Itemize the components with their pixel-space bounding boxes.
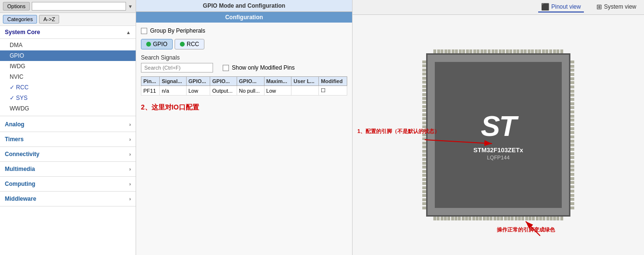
system-view-button[interactable]: ⊞ System view: [593, 2, 639, 12]
search-row: Show only Modified Pins: [141, 63, 347, 73]
timers-label: Timers: [5, 136, 24, 143]
group-by-row: Group By Peripherals: [141, 27, 347, 34]
multimedia-label: Multimedia: [5, 166, 35, 172]
computing-section[interactable]: Computing ›: [0, 177, 136, 192]
search-signals-label: Search Signals: [141, 54, 347, 61]
chip-board: ST STM32F103ZETx LQFP144: [412, 39, 585, 231]
computing-chevron-icon: ›: [129, 182, 131, 187]
cell-gpio3: No pull...: [237, 86, 264, 96]
chip-area: ST STM32F103ZETx LQFP144: [353, 15, 644, 255]
col-gpio2[interactable]: GPIO...: [210, 77, 237, 86]
system-view-label: System view: [604, 3, 636, 10]
chip-package: LQFP144: [487, 155, 509, 160]
sidebar-item-iwdg[interactable]: IWDG: [0, 61, 136, 72]
col-pin[interactable]: Pin...: [141, 77, 160, 86]
gpio-tab-label: GPIO: [153, 41, 167, 48]
system-core-label: System Core: [5, 29, 40, 36]
sidebar-item-dma[interactable]: DMA: [0, 40, 136, 50]
system-core-items: DMA GPIO IWDG NVIC RCC SYS WWDG: [0, 39, 136, 115]
sidebar-content: System Core ▲ DMA GPIO IWDG NVIC RCC SYS…: [0, 26, 136, 255]
analog-chevron-icon: ›: [129, 122, 131, 127]
config-tab-gpio[interactable]: GPIO: [141, 39, 173, 49]
multimedia-section[interactable]: Multimedia ›: [0, 162, 136, 177]
sidebar-item-sys[interactable]: SYS: [0, 93, 136, 103]
cell-pin: PF11: [141, 86, 160, 96]
table-row[interactable]: PF11 n/a Low Output... No pull... Low ☐: [141, 86, 347, 96]
signal-search-input[interactable]: [141, 63, 213, 73]
center-panel: GPIO Mode and Configuration Configuratio…: [136, 0, 353, 255]
cell-maxim: Low: [264, 86, 291, 96]
chip-inner: ST STM32F103ZETx LQFP144: [435, 62, 562, 208]
chip-outer: ST STM32F103ZETx LQFP144: [426, 53, 570, 217]
pinout-view-label: Pinout view: [551, 3, 581, 10]
col-signal[interactable]: Signal...: [160, 77, 186, 86]
tab-az[interactable]: A->Z: [39, 15, 59, 24]
cell-signal: n/a: [160, 86, 186, 96]
sidebar-toolbar: Options ▼: [0, 0, 136, 13]
pinout-view-button[interactable]: ⬛ Pinout view: [538, 2, 583, 12]
connectivity-chevron-icon: ›: [129, 152, 131, 157]
sidebar-item-wwdg[interactable]: WWDG: [0, 103, 136, 114]
connectivity-section[interactable]: Connectivity ›: [0, 147, 136, 162]
computing-label: Computing: [5, 181, 35, 187]
col-maxim[interactable]: Maxim...: [264, 77, 291, 86]
sidebar-item-nvic[interactable]: NVIC: [0, 72, 136, 82]
analog-label: Analog: [5, 121, 25, 128]
chip-logo: ST: [481, 109, 516, 143]
group-by-checkbox[interactable]: [141, 28, 147, 34]
gpio-mode-header: GPIO Mode and Configuration: [136, 0, 352, 12]
connectivity-label: Connectivity: [5, 151, 39, 158]
right-panel: ⬛ Pinout view ⊞ System view: [353, 0, 644, 255]
pinout-icon: ⬛: [541, 3, 549, 11]
analog-section[interactable]: Analog ›: [0, 117, 136, 132]
view-switcher: ⬛ Pinout view ⊞ System view: [353, 0, 644, 15]
show-modified-label: Show only Modified Pins: [232, 64, 295, 71]
timers-section[interactable]: Timers ›: [0, 132, 136, 147]
group-by-label: Group By Peripherals: [150, 27, 205, 34]
system-core-chevron-icon: ▲: [126, 30, 131, 35]
show-modified-row: Show only Modified Pins: [223, 64, 295, 71]
multimedia-chevron-icon: ›: [129, 167, 131, 172]
cell-gpio2: Output...: [210, 86, 237, 96]
middleware-chevron-icon: ›: [129, 196, 131, 202]
rcc-dot-icon: [180, 42, 185, 47]
tab-categories[interactable]: Categories: [3, 15, 37, 24]
cell-user: [291, 86, 319, 96]
search-dropdown-icon[interactable]: ▼: [128, 4, 133, 9]
sidebar: Options ▼ Categories A->Z System Core ▲ …: [0, 0, 136, 255]
col-gpio1[interactable]: GPIO...: [186, 77, 210, 86]
sidebar-item-rcc[interactable]: RCC: [0, 82, 136, 93]
config-content: Group By Peripherals GPIO RCC Search Sig…: [136, 23, 352, 255]
config-table: Pin... Signal... GPIO... GPIO... GPIO...…: [141, 76, 347, 96]
rcc-tab-label: RCC: [187, 41, 199, 48]
middleware-label: Middleware: [5, 195, 36, 202]
configuration-header: Configuration: [136, 12, 352, 23]
config-tab-rcc[interactable]: RCC: [175, 39, 204, 49]
timers-chevron-icon: ›: [129, 137, 131, 142]
system-icon: ⊞: [596, 3, 602, 11]
options-button[interactable]: Options: [3, 2, 30, 11]
sidebar-tabs: Categories A->Z: [0, 13, 136, 26]
cell-modified: ☐: [319, 86, 347, 96]
chip-name: STM32F103ZETx: [473, 146, 523, 154]
col-user[interactable]: User L...: [291, 77, 319, 86]
show-modified-checkbox[interactable]: [223, 65, 229, 71]
col-modified[interactable]: Modified: [319, 77, 347, 86]
col-gpio3[interactable]: GPIO...: [237, 77, 264, 86]
middleware-section[interactable]: Middleware ›: [0, 192, 136, 206]
cell-gpio1: Low: [186, 86, 210, 96]
system-core-section-header[interactable]: System Core ▲: [0, 26, 136, 39]
annotation-io-config: 2、这里对IO口配置: [141, 103, 347, 112]
gpio-dot-icon: [146, 42, 151, 47]
config-tab-bar: GPIO RCC: [141, 39, 347, 49]
sidebar-item-gpio[interactable]: GPIO: [0, 50, 136, 61]
sidebar-search-input[interactable]: [32, 2, 126, 11]
